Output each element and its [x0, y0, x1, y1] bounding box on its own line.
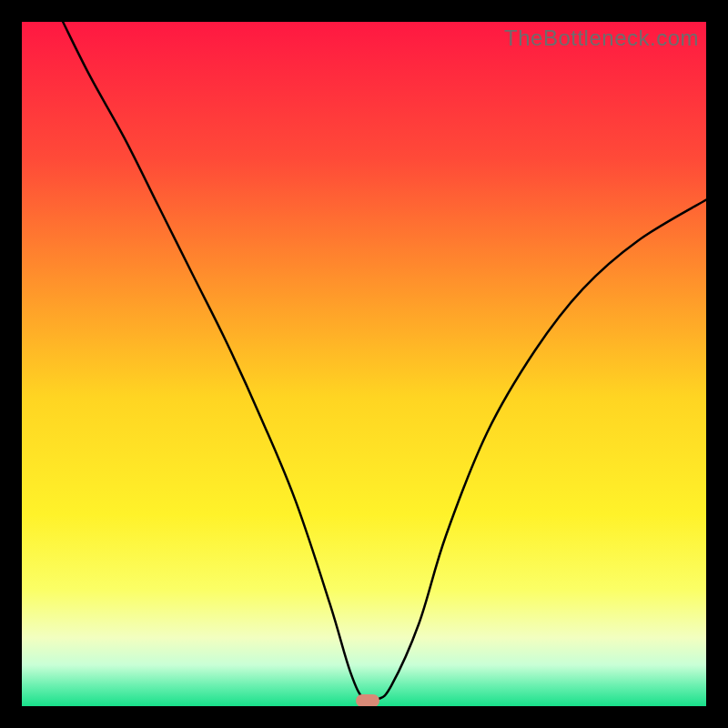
watermark-text: TheBottleneck.com [504, 25, 699, 51]
curve-layer [22, 22, 706, 706]
plot-area: TheBottleneck.com [22, 22, 706, 706]
bottleneck-curve [63, 22, 706, 703]
bottleneck-marker [356, 694, 379, 706]
chart-stage: TheBottleneck.com [0, 0, 728, 728]
